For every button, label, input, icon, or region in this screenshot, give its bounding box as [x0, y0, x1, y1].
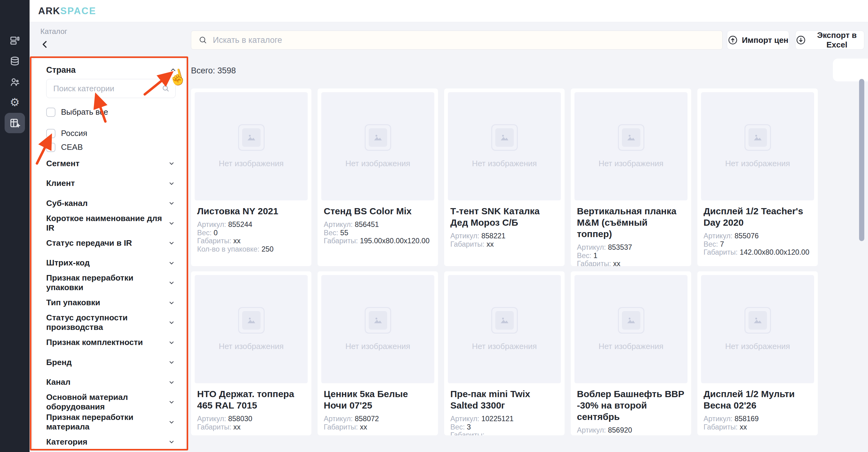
no-image-label: Нет изображения — [219, 159, 284, 168]
product-title: Пре-пак mini Twix Salted 3300г — [450, 388, 558, 411]
filter-sections: Сегмент Клиент Суб-канал Короткое наимен… — [46, 153, 186, 449]
select-all-row[interactable]: Выбрать все — [46, 107, 108, 117]
catalog-search-input[interactable] — [207, 35, 722, 45]
app-header: ARKSPACE — [30, 0, 868, 22]
select-all-label: Выбрать все — [61, 107, 108, 117]
chevron-down-icon — [168, 239, 175, 246]
product-details: Артикул: 853537 Вес: 1 Габариты: xx Кол-… — [577, 243, 685, 266]
product-image-placeholder: Нет изображения — [701, 275, 814, 383]
product-card[interactable]: Нет изображения Пре-пак mini Twix Salted… — [444, 271, 565, 435]
chevron-down-icon — [168, 439, 175, 445]
users-icon[interactable] — [9, 76, 21, 88]
filter-section-completeness[interactable]: Признак комплектности — [46, 333, 186, 353]
product-image-placeholder: Нет изображения — [448, 92, 561, 200]
chevron-down-icon — [168, 180, 175, 187]
filter-section-barcode[interactable]: Штрих-код — [46, 253, 186, 273]
chevron-down-icon — [168, 419, 175, 425]
country-option-russia[interactable]: Россия — [46, 129, 87, 138]
back-button[interactable] — [39, 38, 51, 51]
no-image-label: Нет изображения — [598, 342, 663, 351]
filter-section-material-recycling[interactable]: Признак переработки материала — [46, 412, 186, 432]
product-title: Ценник 5ка Белые Ночи 07'25 — [324, 388, 432, 411]
product-title: Стенд BS Color Mix — [324, 205, 432, 217]
filter-section-sub-channel[interactable]: Суб-канал — [46, 193, 186, 214]
product-title: Воблер Башнефть ВВР -30% на второй сентя… — [577, 388, 685, 422]
vertical-scrollbar-thumb[interactable] — [859, 79, 864, 241]
no-image-label: Нет изображения — [472, 159, 537, 168]
filter-section-packaging-recycling[interactable]: Признак переработки упаковки — [46, 273, 186, 293]
product-card[interactable]: Нет изображения Т-тент SNK Каталка Дед М… — [444, 88, 565, 266]
product-card[interactable]: Нет изображения Листовка NY 2021 Артикул… — [191, 88, 311, 266]
filter-panel: Страна Выбрать все Россия СЕАВ Сегмент К… — [33, 59, 186, 449]
product-title: Вертикальная планка M&M (съёмный топпер) — [577, 205, 685, 239]
product-card[interactable]: Нет изображения Вертикальная планка M&M … — [571, 88, 691, 266]
ceab-checkbox[interactable] — [46, 143, 56, 152]
chevron-down-icon — [168, 260, 175, 266]
app-logo: ARKSPACE — [38, 5, 96, 17]
filter-section-client[interactable]: Клиент — [46, 174, 186, 194]
product-card[interactable]: Нет изображения Дисплей 1/2 Teacher's Da… — [698, 88, 818, 266]
no-image-label: Нет изображения — [345, 159, 410, 168]
chevron-down-icon — [168, 359, 175, 366]
no-image-label: Нет изображения — [219, 342, 284, 351]
product-image-placeholder: Нет изображения — [575, 275, 687, 383]
upload-circle-icon — [727, 35, 738, 45]
image-placeholder-icon — [618, 307, 644, 334]
logo-primary: ARK — [38, 5, 60, 16]
filter-section-ir-transfer-status[interactable]: Статус передачи в IR — [46, 233, 186, 253]
chevron-down-icon — [168, 220, 175, 227]
no-image-label: Нет изображения — [472, 342, 537, 351]
product-details: Артикул: 858169 Габариты: xx — [704, 415, 812, 431]
product-details: Артикул: 855076 Вес: 7 Габариты: 142.00x… — [704, 232, 812, 256]
ceab-label: СЕАВ — [61, 142, 83, 152]
image-placeholder-icon — [491, 124, 518, 151]
select-all-checkbox[interactable] — [46, 108, 56, 117]
image-placeholder-icon — [491, 307, 518, 334]
export-excel-label: Экспорт в Excel — [810, 30, 864, 50]
chevron-down-icon — [168, 200, 175, 206]
search-icon — [162, 84, 170, 92]
chevron-up-icon[interactable] — [169, 66, 177, 74]
product-card[interactable]: Нет изображения Стенд BS Color Mix Артик… — [317, 88, 438, 266]
image-placeholder-icon — [365, 307, 391, 334]
product-title: Листовка NY 2021 — [197, 205, 305, 217]
country-option-ceab[interactable]: СЕАВ — [46, 142, 83, 152]
import-prices-button[interactable]: Импорт цен — [727, 30, 789, 50]
filter-section-main-material[interactable]: Основной материал оборудования — [46, 392, 186, 412]
export-excel-button[interactable]: Экспорт в Excel — [795, 30, 864, 50]
product-card[interactable]: Нет изображения НТО Держат. топпера 465 … — [191, 271, 311, 435]
catalog-search-box — [191, 30, 723, 50]
catalog-table-add-icon[interactable] — [5, 113, 25, 133]
product-title: Т-тент SNK Каталка Дед Мороз С/Б — [450, 205, 558, 228]
image-placeholder-icon — [238, 124, 265, 151]
filter-section-short-name-ir[interactable]: Короткое наименование для IR — [46, 214, 186, 233]
russia-checkbox[interactable] — [46, 129, 56, 138]
filter-section-country-header[interactable]: Страна — [46, 63, 177, 77]
chevron-down-icon — [168, 319, 175, 326]
product-card[interactable]: Нет изображения Воблер Башнефть ВВР -30%… — [571, 271, 691, 435]
side-widget-button[interactable] — [833, 59, 868, 81]
product-image-placeholder: Нет изображения — [195, 275, 308, 383]
filter-section-title: Страна — [46, 65, 76, 75]
product-card[interactable]: Нет изображения Ценник 5ка Белые Ночи 07… — [317, 271, 438, 435]
settings-gear-icon[interactable]: ⚙ — [9, 96, 21, 109]
image-placeholder-icon — [618, 124, 644, 151]
filter-section-segment[interactable]: Сегмент — [46, 153, 186, 174]
filter-section-channel[interactable]: Канал — [46, 372, 186, 393]
product-title: Дисплей 1/2 Teacher's Day 2020 — [704, 205, 812, 228]
chevron-down-icon — [168, 379, 175, 386]
product-title: Дисплей 1/2 Мульти Весна 02'26 — [704, 388, 812, 411]
product-details: Артикул: 855244 Вес: 0 Габариты: xx Кол-… — [197, 221, 305, 253]
image-placeholder-icon — [744, 307, 771, 334]
dashboard-icon[interactable] — [9, 34, 21, 47]
breadcrumb: Каталог — [40, 27, 67, 36]
category-search-input[interactable] — [46, 84, 162, 93]
filter-section-production-availability[interactable]: Статус доступности производства — [46, 313, 186, 333]
product-image-placeholder: Нет изображения — [701, 92, 814, 200]
filter-section-category[interactable]: Категория — [46, 432, 186, 449]
product-card[interactable]: Нет изображения Дисплей 1/2 Мульти Весна… — [698, 271, 818, 435]
product-grid: Нет изображения Листовка NY 2021 Артикул… — [191, 88, 818, 435]
filter-section-brand[interactable]: Бренд — [46, 352, 186, 372]
filter-section-packaging-type[interactable]: Тип упаковки — [46, 293, 186, 313]
database-icon[interactable] — [9, 55, 21, 67]
